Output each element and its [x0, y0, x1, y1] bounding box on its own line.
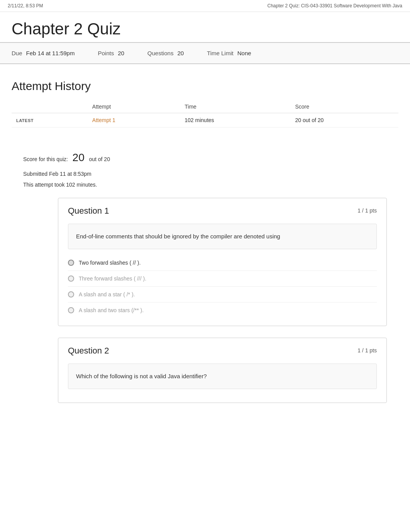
submitted-line: Submitted Feb 11 at 8:53pm — [23, 168, 387, 179]
score-summary: Score for this quiz: 20 out of 20 Submit… — [12, 139, 398, 198]
question-title-2: Question 2 — [68, 346, 109, 356]
questions-container: Question 1 1 / 1 pts End-of-line comment… — [12, 198, 398, 403]
breadcrumb: Chapter 2 Quiz: CIS-043-33901 Software D… — [267, 3, 402, 8]
top-bar: 2/11/22, 8:53 PM Chapter 2 Quiz: CIS-043… — [0, 0, 410, 12]
score-line: Score for this quiz: 20 out of 20 — [23, 147, 387, 168]
timelimit-value: None — [237, 50, 251, 56]
answer-option-1-2[interactable]: Three forward slashes ( /// ). — [68, 271, 377, 287]
answer-option-1-4[interactable]: A slash and two stars (/** ). — [68, 303, 377, 318]
duration-line: This attempt took 102 minutes. — [23, 179, 387, 190]
attempt-link[interactable]: Attempt 1 — [92, 117, 115, 123]
main-content: Attempt History Attempt Time Score LATES… — [0, 64, 410, 422]
radio-circle-1-1 — [68, 260, 74, 266]
timelimit-item: Time Limit None — [207, 50, 251, 56]
radio-circle-1-4 — [68, 307, 74, 313]
score-label: Score for this quiz: — [23, 156, 68, 162]
points-value: 20 — [118, 50, 124, 56]
question-pts-2: 1 / 1 pts — [357, 347, 377, 354]
question-title-1: Question 1 — [68, 206, 109, 216]
radio-circle-1-2 — [68, 275, 74, 282]
timelimit-label: Time Limit — [207, 50, 234, 56]
col-time-header: Time — [180, 100, 290, 113]
answer-option-1-3[interactable]: A slash and a star ( /* ). — [68, 287, 377, 303]
col-score-header: Score — [290, 100, 398, 113]
attempt-time: 102 minutes — [180, 113, 290, 127]
timestamp: 2/11/22, 8:53 PM — [8, 3, 43, 8]
col-empty — [12, 100, 88, 113]
due-item: Due Feb 14 at 11:59pm — [12, 50, 75, 56]
attempt-table: Attempt Time Score LATEST Attempt 1 102 … — [12, 100, 398, 127]
page-title-section: Chapter 2 Quiz — [0, 12, 410, 43]
question-block-1: Question 1 1 / 1 pts End-of-line comment… — [58, 198, 387, 326]
answer-text-1-2: Three forward slashes ( /// ). — [79, 275, 146, 282]
questions-value: 20 — [177, 50, 184, 56]
question-pts-1: 1 / 1 pts — [357, 207, 377, 214]
latest-badge: LATEST — [16, 118, 34, 123]
question-header-2: Question 2 1 / 1 pts — [68, 346, 377, 356]
question-block-2: Question 2 1 / 1 pts Which of the follow… — [58, 338, 387, 403]
due-label: Due — [12, 50, 22, 56]
attempt-row: LATEST Attempt 1 102 minutes 20 out of 2… — [12, 113, 398, 127]
col-attempt-header: Attempt — [88, 100, 180, 113]
question-header-1: Question 1 1 / 1 pts — [68, 206, 377, 216]
points-item: Points 20 — [98, 50, 124, 56]
quiz-meta-bar: Due Feb 14 at 11:59pm Points 20 Question… — [0, 43, 410, 64]
points-label: Points — [98, 50, 114, 56]
due-value: Feb 14 at 11:59pm — [26, 50, 75, 56]
answer-option-1-1[interactable]: Two forward slashes ( // ). — [68, 255, 377, 271]
answer-text-1-4: A slash and two stars (/** ). — [79, 307, 144, 313]
questions-item: Questions 20 — [147, 50, 184, 56]
answer-text-1-1: Two forward slashes ( // ). — [79, 260, 141, 266]
attempt-history-title: Attempt History — [12, 80, 398, 93]
attempt-score: 20 out of 20 — [290, 113, 398, 127]
score-outof: out of 20 — [89, 156, 110, 162]
question-body-1: End-of-line comments that should be igno… — [68, 224, 377, 249]
radio-circle-1-3 — [68, 291, 74, 297]
score-number: 20 — [73, 151, 85, 163]
page-title: Chapter 2 Quiz — [12, 20, 398, 38]
questions-label: Questions — [147, 50, 174, 56]
answer-text-1-3: A slash and a star ( /* ). — [79, 291, 135, 297]
question-body-2: Which of the following is not a valid Ja… — [68, 364, 377, 389]
